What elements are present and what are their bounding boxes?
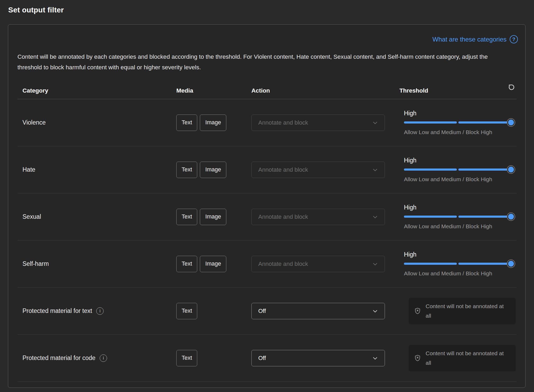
table-row: Violence Text Image Annotate and block H… — [17, 99, 517, 146]
category-label: Violence — [22, 119, 46, 126]
category-label: Sexual — [22, 213, 41, 220]
media-text-button[interactable]: Text — [176, 162, 197, 178]
help-circle-icon — [510, 35, 518, 43]
chevron-down-icon — [372, 167, 378, 173]
threshold-slider[interactable] — [404, 166, 517, 174]
action-dropdown-value: Annotate and block — [258, 213, 308, 220]
set-output-filter-screen: Set output filter What are these categor… — [0, 0, 534, 392]
threshold-caption: Allow Low and Medium / Block High — [404, 223, 517, 230]
media-text-button[interactable]: Text — [176, 303, 197, 319]
what-are-these-categories-link[interactable]: What are these categories — [432, 35, 518, 43]
header-threshold: Threshold — [399, 87, 428, 94]
reset-thresholds-button[interactable] — [507, 83, 515, 92]
slider-track-left — [404, 216, 457, 218]
action-dropdown-value: Off — [258, 355, 266, 362]
action-dropdown[interactable]: Off — [251, 350, 385, 366]
page-title: Set output filter — [8, 6, 64, 14]
undo-icon — [507, 83, 515, 92]
threshold-level: High — [404, 204, 517, 211]
threshold-level: High — [404, 251, 517, 258]
table-header: Category Media Action Threshold — [17, 73, 517, 99]
slider-track-left — [404, 263, 457, 265]
action-dropdown: Annotate and block — [251, 115, 385, 131]
threshold-caption: Allow Low and Medium / Block High — [404, 270, 517, 277]
media-image-button[interactable]: Image — [200, 162, 226, 178]
slider-thumb[interactable] — [508, 120, 514, 125]
media-image-button[interactable]: Image — [200, 256, 226, 272]
help-row: What are these categories — [8, 25, 525, 44]
slider-track-right — [458, 168, 515, 171]
action-dropdown: Annotate and block — [251, 162, 385, 178]
slider-track-left — [404, 168, 457, 171]
chevron-down-icon — [372, 261, 378, 267]
category-label: Protected material for text — [22, 307, 92, 314]
chevron-down-icon — [372, 308, 378, 314]
slider-track-right — [458, 216, 515, 218]
slider-track-left — [404, 121, 457, 124]
action-dropdown: Annotate and block — [251, 209, 385, 225]
output-filter-panel: What are these categories Content will b… — [8, 24, 526, 388]
slider-thumb[interactable] — [508, 214, 514, 220]
action-dropdown-value: Annotate and block — [258, 261, 308, 267]
media-image-button[interactable]: Image — [200, 209, 226, 225]
threshold-slider[interactable] — [404, 260, 517, 268]
action-dropdown[interactable]: Off — [251, 303, 385, 319]
media-text-button[interactable]: Text — [176, 256, 197, 272]
media-text-button[interactable]: Text — [176, 209, 197, 225]
table-row: Sexual Text Image Annotate and block Hig… — [17, 193, 517, 240]
table-row: Self-harm Text Image Annotate and block … — [17, 240, 517, 288]
header-action: Action — [251, 87, 399, 99]
chevron-down-icon — [372, 120, 378, 126]
category-label: Protected material for code — [22, 354, 95, 362]
threshold-caption: Allow Low and Medium / Block High — [404, 129, 517, 135]
chevron-down-icon — [372, 355, 378, 361]
chevron-down-icon — [372, 214, 378, 220]
slider-track-right — [458, 121, 515, 124]
shield-x-icon — [414, 307, 421, 315]
threshold-level: High — [404, 157, 517, 164]
slider-track-right — [458, 263, 515, 265]
info-icon[interactable] — [100, 354, 107, 362]
action-dropdown-value: Annotate and block — [258, 119, 308, 126]
annotation-note-text: Content will not be annotated at all — [426, 349, 506, 368]
table-row: Protected material for code Text Off — [17, 335, 517, 382]
slider-thumb[interactable] — [508, 167, 514, 172]
action-dropdown-value: Off — [258, 308, 266, 314]
header-category: Category — [17, 87, 176, 99]
media-image-button[interactable]: Image — [200, 115, 226, 131]
threshold-caption: Allow Low and Medium / Block High — [404, 176, 517, 183]
annotation-note: Content will not be annotated at all — [409, 298, 516, 324]
shield-x-icon — [414, 354, 421, 362]
threshold-slider[interactable] — [404, 118, 517, 126]
threshold-level: High — [404, 110, 517, 117]
action-dropdown: Annotate and block — [251, 256, 385, 272]
category-label: Hate — [22, 166, 35, 173]
media-text-button[interactable]: Text — [176, 115, 197, 131]
help-link-label: What are these categories — [432, 36, 507, 43]
threshold-slider[interactable] — [404, 213, 517, 221]
table-row: Hate Text Image Annotate and block High — [17, 146, 517, 193]
media-text-button[interactable]: Text — [176, 350, 197, 366]
action-dropdown-value: Annotate and block — [258, 166, 308, 173]
filter-description: Content will be annotated by each catego… — [17, 52, 507, 73]
info-icon[interactable] — [96, 307, 104, 315]
table-row: Protected material for text Text Off — [17, 288, 517, 335]
category-label: Self-harm — [22, 260, 49, 267]
header-media: Media — [176, 87, 251, 99]
annotation-note-text: Content will not be annotated at all — [426, 302, 506, 321]
annotation-note: Content will not be annotated at all — [409, 345, 516, 371]
slider-thumb[interactable] — [508, 261, 514, 267]
